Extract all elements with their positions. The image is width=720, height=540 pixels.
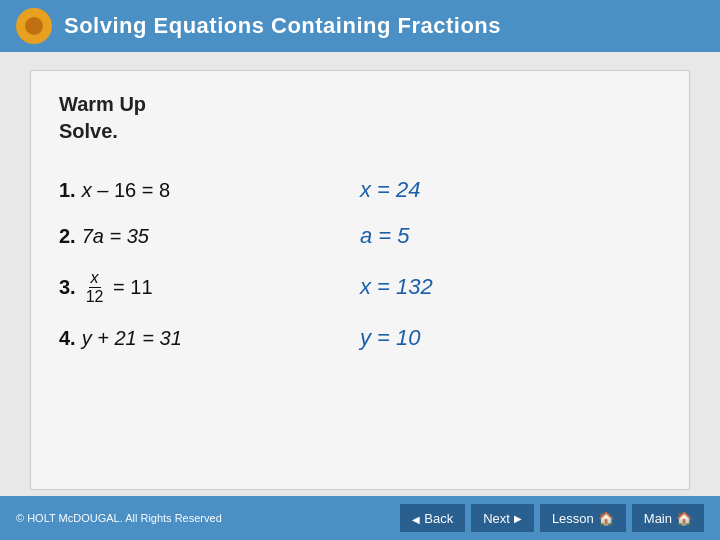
- problem-2-num: 2.: [59, 225, 76, 248]
- answer-4: y = 10: [360, 315, 661, 361]
- header: Solving Equations Containing Fractions: [0, 0, 720, 52]
- header-title: Solving Equations Containing Fractions: [64, 13, 501, 39]
- main-label: Main: [644, 511, 672, 526]
- problems-grid: 1. x – 16 = 8 x = 24 2. 7a = 35 a = 5 3.…: [59, 167, 661, 361]
- header-icon: [16, 8, 52, 44]
- answer-2: a = 5: [360, 213, 661, 259]
- next-label: Next: [483, 511, 510, 526]
- lesson-label: Lesson: [552, 511, 594, 526]
- problem-4-equation: y + 21 = 31: [82, 327, 182, 350]
- problem-1-eq: – 16 = 8: [92, 179, 170, 202]
- footer-nav: Back Next Lesson 🏠 Main 🏠: [400, 504, 704, 532]
- problem-3-num: 3.: [59, 276, 76, 299]
- fraction-denominator: 12: [84, 288, 106, 306]
- main-button[interactable]: Main 🏠: [632, 504, 704, 532]
- section-subtitle: Solve.: [59, 120, 661, 143]
- footer: © HOLT McDOUGAL. All Rights Reserved Bac…: [0, 496, 720, 540]
- answer-1-text: x = 24: [360, 177, 421, 203]
- back-arrow-icon: [412, 511, 420, 526]
- problem-3-rest: = 11: [107, 276, 152, 299]
- lesson-home-icon: 🏠: [598, 511, 614, 526]
- next-button[interactable]: Next: [471, 504, 534, 532]
- problem-3: 3. x 12 = 11: [59, 259, 360, 315]
- answer-2-text: a = 5: [360, 223, 410, 249]
- answer-4-text: y = 10: [360, 325, 421, 351]
- back-button[interactable]: Back: [400, 504, 465, 532]
- problem-1: 1. x – 16 = 8: [59, 167, 360, 213]
- problem-1-num: 1.: [59, 179, 76, 202]
- problem-2-equation: 7a = 35: [82, 225, 149, 248]
- problem-1-equation: x: [82, 179, 92, 202]
- main-content: Warm Up Solve. 1. x – 16 = 8 x = 24 2. 7…: [30, 70, 690, 490]
- problem-4-num: 4.: [59, 327, 76, 350]
- answer-1: x = 24: [360, 167, 661, 213]
- lesson-button[interactable]: Lesson 🏠: [540, 504, 626, 532]
- section-title: Warm Up: [59, 93, 661, 116]
- back-label: Back: [424, 511, 453, 526]
- header-icon-inner: [25, 17, 43, 35]
- answer-3: x = 132: [360, 259, 661, 315]
- answer-3-text: x = 132: [360, 274, 433, 300]
- fraction-numerator: x: [89, 269, 101, 288]
- problem-2: 2. 7a = 35: [59, 213, 360, 259]
- copyright-text: © HOLT McDOUGAL. All Rights Reserved: [16, 512, 222, 524]
- main-home-icon: 🏠: [676, 511, 692, 526]
- problem-3-fraction: x 12: [84, 269, 106, 305]
- problem-4: 4. y + 21 = 31: [59, 315, 360, 361]
